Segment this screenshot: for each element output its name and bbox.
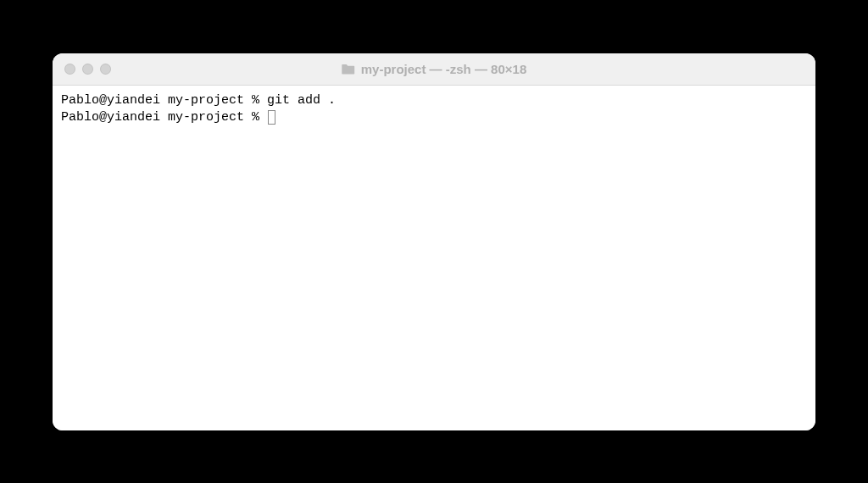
close-button[interactable] — [64, 64, 75, 75]
terminal-line: Pablo@yiandei my-project % — [61, 109, 807, 126]
folder-icon — [342, 64, 355, 75]
titlebar: my-project — -zsh — 80×18 — [53, 53, 815, 86]
prompt: Pablo@yiandei my-project % — [61, 93, 267, 108]
terminal-line: Pablo@yiandei my-project % git add . — [61, 92, 807, 109]
traffic-lights — [64, 64, 111, 75]
zoom-button[interactable] — [100, 64, 111, 75]
terminal-window: my-project — -zsh — 80×18 Pablo@yiandei … — [53, 53, 815, 430]
window-title-text: my-project — -zsh — 80×18 — [361, 62, 526, 76]
prompt: Pablo@yiandei my-project % — [61, 110, 267, 125]
terminal-body[interactable]: Pablo@yiandei my-project % git add .Pabl… — [53, 86, 815, 430]
cursor — [268, 110, 275, 125]
window-title: my-project — -zsh — 80×18 — [342, 62, 526, 76]
command-text: git add . — [267, 93, 336, 108]
minimize-button[interactable] — [82, 64, 93, 75]
